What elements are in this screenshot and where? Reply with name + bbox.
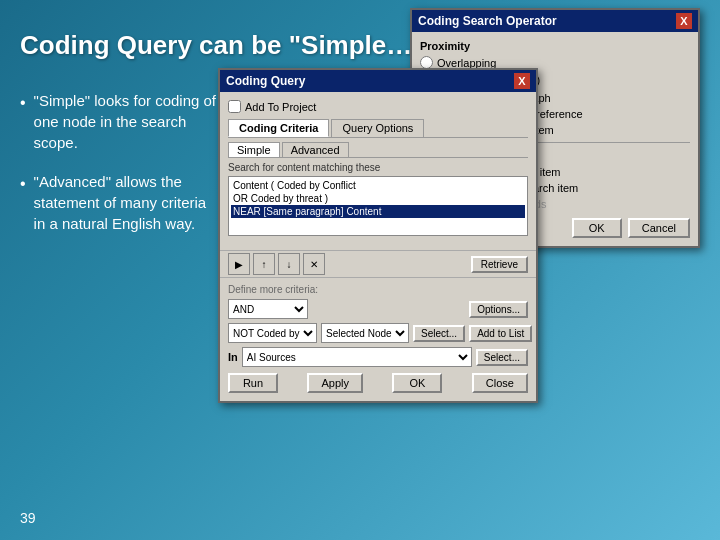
content-row-1-text: Content ( Coded by Conflict: [233, 180, 356, 191]
cq-body: Add To Project Coding Criteria Query Opt…: [220, 92, 536, 250]
tab-coding-criteria[interactable]: Coding Criteria: [228, 119, 329, 137]
page-number: 39: [20, 510, 36, 526]
bullet-text-2: "Advanced" allows the statement of many …: [34, 171, 220, 234]
run-button[interactable]: Run: [228, 373, 278, 393]
overlapping-label: Overlapping: [437, 57, 496, 69]
toolbar-btn-4[interactable]: ✕: [303, 253, 325, 275]
in-row: In AI Sources Select...: [228, 347, 528, 367]
toolbar-btn-1[interactable]: ▶: [228, 253, 250, 275]
content-row-2: OR Coded by threat ): [231, 192, 525, 205]
in-label: In: [228, 351, 238, 363]
toolbar-row: ▶ ↑ ↓ ✕ Retrieve: [220, 250, 536, 277]
tab-query-options-label: Query Options: [342, 122, 413, 134]
inner-tab-simple[interactable]: Simple: [228, 142, 280, 157]
cq-titlebar: Coding Query X: [220, 70, 536, 92]
and-row: AND OR Options...: [228, 299, 528, 319]
footer-buttons: Run Apply OK Close: [228, 373, 528, 393]
inner-tabs: Simple Advanced: [228, 142, 528, 158]
inner-tab-advanced-label: Advanced: [291, 144, 340, 156]
not-coded-row: NOT Coded by Coded by Selected Node Sele…: [228, 323, 528, 343]
page-number-text: 39: [20, 510, 36, 526]
selected-node-select[interactable]: Selected Node: [321, 323, 409, 343]
cso-ok-button[interactable]: OK: [572, 218, 622, 238]
cso-close-icon: X: [680, 15, 687, 27]
content-row-2-text: OR Coded by threat ): [233, 193, 328, 204]
search-label: Search for content matching these: [228, 162, 528, 173]
options-button[interactable]: Options...: [469, 301, 528, 318]
retrieve-button[interactable]: Retrieve: [471, 256, 528, 273]
close-button[interactable]: Close: [472, 373, 528, 393]
ok-button[interactable]: OK: [392, 373, 442, 393]
toolbar-btn-2[interactable]: ↑: [253, 253, 275, 275]
toolbar-btn-3[interactable]: ↓: [278, 253, 300, 275]
bullet-dot-2: •: [20, 173, 26, 195]
content-row-3-text: NEAR [Same paragraph] Content: [233, 206, 381, 217]
bullet-1: • "Simple" looks for coding of one node …: [20, 90, 220, 153]
cq-close-icon: X: [518, 75, 525, 87]
cq-bottom: Define more criteria: AND OR Options... …: [220, 277, 536, 401]
title-text: Coding Query can be "Simple: [20, 30, 386, 60]
and-select[interactable]: AND OR: [228, 299, 308, 319]
cso-close-button[interactable]: X: [676, 13, 692, 29]
inner-tab-simple-label: Simple: [237, 144, 271, 156]
add-to-project-checkbox[interactable]: [228, 100, 241, 113]
content-row-1: Content ( Coded by Conflict: [231, 179, 525, 192]
cq-title-text: Coding Query: [226, 74, 305, 88]
cso-titlebar: Coding Search Operator X: [412, 10, 698, 32]
add-to-project-label: Add To Project: [245, 101, 316, 113]
bullet-2: • "Advanced" allows the statement of man…: [20, 171, 220, 234]
tab-coding-criteria-label: Coding Criteria: [239, 122, 318, 134]
tab-query-options[interactable]: Query Options: [331, 119, 424, 137]
not-coded-select[interactable]: NOT Coded by Coded by: [228, 323, 317, 343]
bullet-dot-1: •: [20, 92, 26, 114]
bullets-area: • "Simple" looks for coding of one node …: [20, 90, 220, 252]
content-row-3[interactable]: NEAR [Same paragraph] Content: [231, 205, 525, 218]
define-label: Define more criteria:: [228, 284, 528, 295]
proximity-label: Proximity: [420, 40, 690, 52]
in-select-button[interactable]: Select...: [476, 349, 528, 366]
apply-button[interactable]: Apply: [307, 373, 363, 393]
in-source-select[interactable]: AI Sources: [242, 347, 472, 367]
bullet-text-1: "Simple" looks for coding of one node in…: [34, 90, 220, 153]
content-box: Content ( Coded by Conflict OR Coded by …: [228, 176, 528, 236]
cq-dialog: Coding Query X Add To Project Coding Cri…: [218, 68, 538, 403]
cq-close-button[interactable]: X: [514, 73, 530, 89]
select-button[interactable]: Select...: [413, 325, 465, 342]
cq-tabs: Coding Criteria Query Options: [228, 119, 528, 138]
cso-cancel-button[interactable]: Cancel: [628, 218, 690, 238]
inner-tab-advanced[interactable]: Advanced: [282, 142, 349, 157]
add-to-project-row: Add To Project: [228, 100, 528, 113]
add-to-list-button[interactable]: Add to List: [469, 325, 532, 342]
cso-title-text: Coding Search Operator: [418, 14, 557, 28]
